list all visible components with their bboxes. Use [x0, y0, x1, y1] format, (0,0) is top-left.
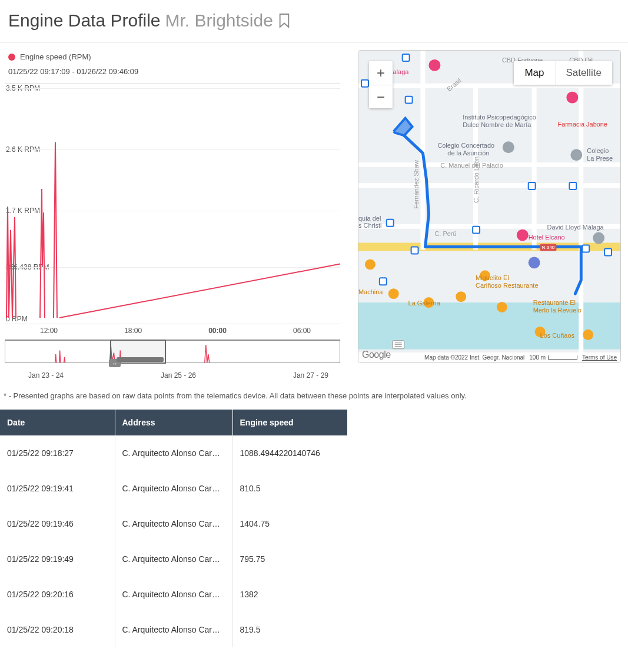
cell-date: 01/25/22 09:18:27 — [0, 435, 115, 471]
cell-date: 01/25/22 09:20:16 — [0, 577, 115, 612]
x-tick: 00:00 — [208, 327, 227, 335]
overview-date-labels: Jan 23 - 24 Jan 25 - 26 Jan 27 - 29 — [5, 362, 340, 380]
svg-text:Dulce Nombre de María: Dulce Nombre de María — [463, 121, 531, 128]
table-row[interactable]: 01/25/22 09:18:27C. Arquitecto Alonso Ca… — [0, 435, 347, 471]
chart-date-range: 01/25/22 09:17:09 - 01/26/22 09:46:09 — [5, 64, 346, 83]
svg-text:Hotel Elcano: Hotel Elcano — [529, 234, 565, 241]
map-zoom-control: + − — [369, 61, 393, 108]
svg-text:La Prese: La Prese — [587, 155, 613, 162]
svg-rect-30 — [569, 182, 576, 189]
svg-rect-26 — [380, 278, 387, 285]
engine-speed-chart[interactable]: 3.5 K RPM 2.6 K RPM 1.7 K RPM 866.438 RP… — [5, 83, 340, 324]
col-header-date[interactable]: Date — [0, 410, 115, 435]
map[interactable]: sa Malaga CBD Fortyone CBD Oil Instituto… — [358, 50, 621, 363]
cell-date: 01/25/22 09:19:46 — [0, 506, 115, 541]
cell-date: 01/25/22 09:20:18 — [0, 612, 115, 647]
svg-rect-25 — [411, 247, 418, 254]
table-row[interactable]: 01/25/22 09:19:41C. Arquitecto Alonso Ca… — [0, 471, 347, 506]
table-row[interactable]: 01/25/22 09:19:46C. Arquitecto Alonso Ca… — [0, 506, 347, 541]
svg-point-21 — [583, 330, 593, 340]
svg-text:s Christi: s Christi — [358, 222, 382, 229]
map-type-toggle: Map Satellite — [514, 61, 612, 85]
map-terms-link[interactable]: Terms of Use — [582, 354, 617, 361]
svg-point-12 — [566, 92, 578, 104]
table-row[interactable]: 01/25/22 09:19:49C. Arquitecto Alonso Ca… — [0, 541, 347, 577]
cell-speed: 1088.4944220140746 — [232, 435, 347, 471]
cell-speed: 1382 — [232, 577, 347, 612]
cell-address: C. Arquitecto Alonso Car… — [115, 471, 232, 506]
chart-x-axis: 12:00 18:00 00:00 06:00 — [5, 324, 346, 340]
map-scale: 100 m — [529, 354, 577, 361]
svg-text:Farmacia Jabone: Farmacia Jabone — [557, 121, 607, 128]
cell-date: 01/25/22 09:19:49 — [0, 541, 115, 577]
svg-point-14 — [365, 259, 376, 270]
x-tick: 18:00 — [124, 327, 142, 335]
svg-text:La Galerna: La Galerna — [408, 300, 441, 307]
svg-text:Los Cuñaos: Los Cuñaos — [540, 332, 575, 339]
svg-text:Machina: Machina — [358, 288, 383, 295]
svg-text:Colegio Concertado: Colegio Concertado — [437, 142, 494, 149]
map-footer: Google Map data ©2022 Inst. Geogr. Nacio… — [358, 352, 620, 362]
cell-speed: 1404.75 — [232, 506, 347, 541]
overview-label: Jan 27 - 29 — [293, 371, 328, 380]
bookmark-icon[interactable] — [278, 13, 291, 28]
cell-address: C. Arquitecto Alonso Car… — [115, 577, 232, 612]
svg-point-17 — [456, 291, 466, 302]
svg-point-35 — [570, 149, 582, 161]
google-logo: Google — [362, 350, 391, 360]
svg-text:de la Asunción: de la Asunción — [447, 149, 489, 157]
svg-text:C. Manuel del Palacio: C. Manuel del Palacio — [440, 162, 503, 169]
table-row[interactable]: 01/25/22 09:20:16C. Arquitecto Alonso Ca… — [0, 577, 347, 612]
x-tick: 06:00 — [293, 327, 311, 335]
col-header-speed[interactable]: Engine speed — [232, 410, 347, 435]
svg-text:N-340: N-340 — [542, 245, 555, 250]
map-type-map-button[interactable]: Map — [514, 61, 554, 85]
svg-text:Merlo la Revuelo: Merlo la Revuelo — [533, 307, 582, 314]
legend-dot-icon — [8, 54, 15, 61]
svg-text:quia del: quia del — [358, 215, 381, 222]
svg-rect-24 — [406, 97, 413, 104]
page-subtitle: Mr. Brightside — [165, 11, 273, 31]
cell-speed: 819.5 — [232, 612, 347, 647]
page-title: Engine Data Profile — [8, 11, 161, 31]
col-header-address[interactable]: Address — [115, 410, 232, 435]
svg-rect-22 — [361, 80, 368, 87]
table-row[interactable]: 01/25/22 09:20:18C. Arquitecto Alonso Ca… — [0, 612, 347, 647]
svg-text:Instituto Psicopedagógico: Instituto Psicopedagógico — [463, 114, 536, 121]
cell-address: C. Arquitecto Alonso Car… — [115, 541, 232, 577]
svg-point-36 — [593, 232, 604, 244]
zoom-in-button[interactable]: + — [369, 61, 393, 85]
chart-plot — [5, 84, 340, 324]
cell-address: C. Arquitecto Alonso Car… — [115, 506, 232, 541]
cell-speed: 795.75 — [232, 541, 347, 577]
page-header: Engine Data Profile Mr. Brightside — [0, 0, 628, 43]
svg-text:Colegio: Colegio — [587, 147, 609, 154]
zoom-out-button[interactable]: − — [369, 85, 393, 108]
chart-footnote: * - Presented graphs are based on raw da… — [0, 380, 628, 406]
legend-label: Engine speed (RPM) — [20, 52, 91, 61]
cell-date: 01/25/22 09:19:41 — [0, 471, 115, 506]
cell-address: C. Arquitecto Alonso Car… — [115, 612, 232, 647]
svg-text:Miguelito El: Miguelito El — [476, 274, 509, 281]
svg-rect-23 — [403, 54, 410, 61]
svg-rect-27 — [387, 219, 394, 227]
svg-rect-29 — [529, 182, 536, 189]
cell-address: C. Arquitecto Alonso Car… — [115, 435, 232, 471]
overview-label: Jan 25 - 26 — [161, 371, 196, 380]
map-attribution: Map data ©2022 Inst. Geogr. Nacional — [424, 354, 524, 361]
svg-rect-31 — [582, 245, 589, 252]
svg-text:C. Perú: C. Perú — [434, 230, 456, 237]
svg-point-34 — [503, 141, 514, 153]
map-type-satellite-button[interactable]: Satellite — [555, 61, 612, 85]
x-tick: 12:00 — [40, 327, 58, 335]
svg-point-19 — [497, 302, 507, 312]
svg-text:C. Ricardo León: C. Ricardo León — [473, 157, 480, 203]
svg-text:Fernández Shaw: Fernández Shaw — [413, 160, 420, 209]
svg-text:Restaurante El: Restaurante El — [533, 299, 576, 306]
svg-rect-32 — [604, 248, 612, 255]
svg-point-11 — [428, 59, 440, 71]
svg-text:David Lloyd Málaga: David Lloyd Málaga — [547, 224, 604, 231]
data-table: Date Address Engine speed 01/25/22 09:18… — [0, 410, 347, 647]
svg-rect-28 — [473, 227, 480, 234]
overview-label: Jan 23 - 24 — [28, 371, 64, 380]
